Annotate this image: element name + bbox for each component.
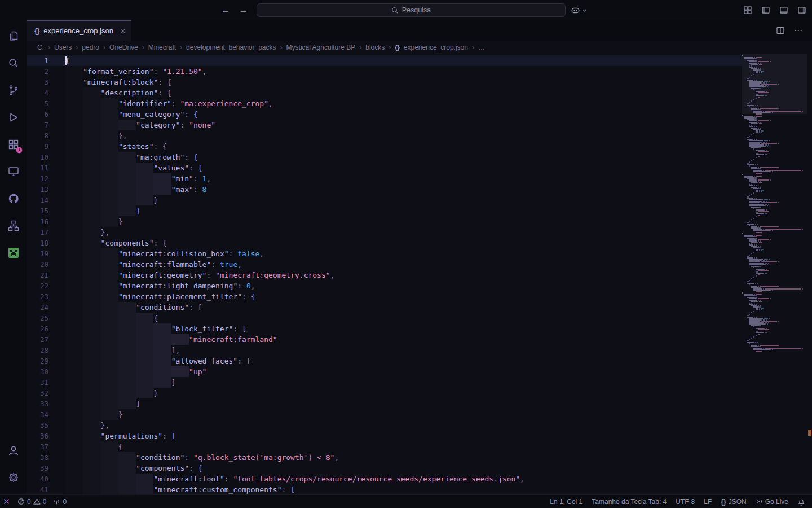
minimap-slider[interactable] — [742, 54, 807, 114]
code-line[interactable]: 33] — [27, 398, 742, 409]
toggle-right-sidebar-icon[interactable] — [797, 6, 806, 15]
breadcrumb-item[interactable]: experience_crop.json — [404, 43, 468, 51]
remote-indicator[interactable] — [2, 497, 11, 506]
scrollbar-decoration — [808, 430, 811, 436]
code-line[interactable]: 11"values": { — [27, 163, 742, 173]
indent-guide — [83, 474, 100, 484]
code-line[interactable]: 22"minecraft:light_dampening": 0, — [27, 281, 742, 291]
code-line[interactable]: 7"category": "none" — [27, 120, 742, 130]
notifications-button[interactable] — [797, 498, 805, 506]
account-button[interactable] — [0, 437, 27, 464]
sidebar-item-minecraft[interactable] — [0, 239, 27, 266]
minimap[interactable] — [742, 54, 807, 494]
sidebar-item-hierarchy[interactable] — [0, 212, 27, 239]
sidebar-item-remote-explorer[interactable] — [0, 158, 27, 185]
indent-guide — [136, 474, 153, 484]
breadcrumb-item[interactable]: Minecraft — [148, 43, 176, 51]
nav-back-icon[interactable]: ← — [221, 5, 230, 15]
more-actions-icon[interactable]: ⋯ — [794, 25, 803, 36]
eol-indicator[interactable]: LF — [704, 498, 712, 506]
code-line[interactable]: 23"minecraft:placement_filter": { — [27, 291, 742, 302]
split-editor-icon[interactable] — [776, 26, 785, 35]
go-live-button[interactable]: Go Live — [756, 498, 788, 506]
code-line[interactable]: 24"conditions": [ — [27, 302, 742, 313]
code-line[interactable]: 9"states": { — [27, 141, 742, 152]
tab-experience-crop-json[interactable]: {} experience_crop.json × — [27, 20, 131, 41]
code-line[interactable]: 1{ — [27, 55, 742, 66]
indent-guide — [153, 334, 171, 345]
go-live-label: Go Live — [765, 498, 788, 506]
code-line[interactable]: 38"condition": "q.block_state('ma:growth… — [27, 452, 742, 463]
code-line[interactable]: 21"minecraft:geometry": "minecraft:geome… — [27, 270, 742, 281]
sidebar-item-extensions[interactable] — [0, 131, 27, 158]
nav-forward-icon[interactable]: → — [239, 5, 248, 15]
breadcrumb-item[interactable]: … — [478, 43, 485, 51]
breadcrumb-item[interactable]: C: — [37, 43, 44, 51]
code-line[interactable]: 20"minecraft:flammable": true, — [27, 259, 742, 270]
code-line[interactable]: 12"min": 1, — [27, 173, 742, 184]
scrollbar[interactable] — [807, 54, 812, 494]
breadcrumb-item[interactable]: blocks — [365, 43, 385, 51]
code-line[interactable]: 15} — [27, 205, 742, 216]
close-tab-icon[interactable]: × — [121, 27, 125, 36]
code-line[interactable]: 5"identifier": "ma:experience_crop", — [27, 98, 742, 109]
breadcrumb-item[interactable]: Users — [54, 43, 72, 51]
customize-layout-icon[interactable] — [743, 6, 752, 15]
code-line[interactable]: 26"block_filter": [ — [27, 323, 742, 334]
code-line[interactable]: 16} — [27, 216, 742, 227]
problems-indicator[interactable]: 0 0 — [17, 498, 46, 506]
code-line[interactable]: 28], — [27, 345, 742, 356]
code-line[interactable]: 34} — [27, 409, 742, 420]
sidebar-item-source-control[interactable] — [0, 77, 27, 104]
breadcrumb-item[interactable]: pedro — [82, 43, 99, 51]
encoding-indicator[interactable]: UTF-8 — [676, 498, 695, 506]
indent-guide — [83, 366, 100, 377]
code-line[interactable]: 19"minecraft:collision_box": false, — [27, 248, 742, 259]
code-line[interactable]: 32} — [27, 388, 742, 398]
sidebar-item-explorer[interactable] — [0, 23, 27, 50]
sidebar-item-run-debug[interactable] — [0, 104, 27, 131]
breadcrumb-item[interactable]: OneDrive — [109, 43, 138, 51]
code-line[interactable]: 41"minecraft:custom_components": [ — [27, 484, 742, 494]
indent-guide — [118, 302, 136, 313]
settings-button[interactable] — [0, 464, 27, 491]
code-line[interactable]: 4"description": { — [27, 87, 742, 98]
warnings-count: 0 — [43, 498, 47, 506]
toggle-left-sidebar-icon[interactable] — [761, 6, 770, 15]
code-line[interactable]: 2"format_version": "1.21.50", — [27, 66, 742, 77]
sidebar-item-github[interactable] — [0, 185, 27, 212]
language-indicator[interactable]: {} JSON — [721, 498, 746, 506]
toggle-panel-icon[interactable] — [779, 6, 788, 15]
code-line[interactable]: 40"minecraft:loot": "loot_tables/crops/r… — [27, 474, 742, 484]
code-line[interactable]: 18"components": { — [27, 238, 742, 248]
code-line[interactable]: 3"minecraft:block": { — [27, 77, 742, 87]
breadcrumb-item[interactable]: Mystical Agriculture BP — [286, 43, 356, 51]
indent-guide — [83, 313, 100, 323]
copilot-button[interactable] — [571, 0, 587, 20]
code-line[interactable]: 36"permutations": [ — [27, 431, 742, 441]
sidebar-item-search[interactable] — [0, 50, 27, 77]
breadcrumb-item[interactable]: development_behavior_packs — [186, 43, 276, 51]
cursor-position[interactable]: Ln 1, Col 1 — [550, 498, 582, 506]
code-line[interactable]: 25{ — [27, 313, 742, 323]
line-number: 5 — [27, 98, 61, 109]
code-line[interactable]: 37{ — [27, 441, 742, 452]
indent-guide — [65, 66, 83, 77]
code-line[interactable]: 13"max": 8 — [27, 184, 742, 195]
code-line[interactable]: 14} — [27, 195, 742, 205]
code-line[interactable]: 35}, — [27, 420, 742, 431]
line-number: 14 — [27, 195, 61, 205]
code-line[interactable]: 27"minecraft:farmland" — [27, 334, 742, 345]
ports-indicator[interactable]: 0 — [53, 498, 67, 506]
indent-guide — [101, 248, 118, 259]
code-line[interactable]: 30"up" — [27, 366, 742, 377]
code-line[interactable]: 31] — [27, 377, 742, 388]
code-line[interactable]: 39"components": { — [27, 463, 742, 474]
code-line[interactable]: 6"menu_category": { — [27, 109, 742, 120]
code-line[interactable]: 17}, — [27, 227, 742, 238]
tab-size-indicator[interactable]: Tamanho da Tecla Tab: 4 — [592, 498, 667, 506]
code-line[interactable]: 8}, — [27, 130, 742, 141]
command-center-search[interactable]: Pesquisa — [257, 3, 566, 17]
code-line[interactable]: 10"ma:growth": { — [27, 152, 742, 163]
code-line[interactable]: 29"allowed_faces": [ — [27, 356, 742, 366]
